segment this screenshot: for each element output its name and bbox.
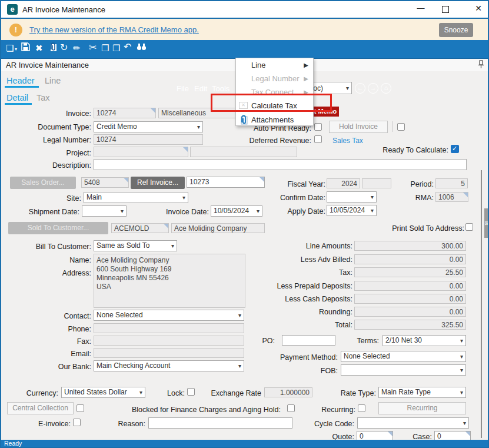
po-field[interactable] [282,335,335,346]
confirm-date-select[interactable] [327,191,377,203]
cut-icon[interactable]: ✂ [89,42,97,53]
recurring-label: Recurring: [307,406,355,414]
maximize-button[interactable] [442,6,449,13]
reason-field[interactable] [148,417,292,429]
undo-icon[interactable]: ↶ [124,42,131,52]
paperclip-icon [238,115,248,129]
terms-label: Terms: [331,337,379,345]
vertical-scrollbar[interactable] [481,170,482,438]
currency-select[interactable]: United States Dollar [61,387,145,398]
sold-to-customer-button[interactable]: Sold To Customer... [8,222,108,234]
forward-icon[interactable]: → [368,83,378,94]
tab-header-underline [5,86,39,88]
close-button[interactable]: ✕ [470,4,487,15]
cycle-code-select[interactable] [357,417,469,429]
lock-checkbox[interactable] [187,388,195,396]
shipment-date-select[interactable] [82,205,127,217]
blocked-finance-label: Blocked for Finance Charges and Aging Ho… [132,406,281,414]
project-label: Project: [7,149,91,157]
sold-to-name-field[interactable]: Ace Moliding Company [171,223,265,233]
hold-invoice-checkbox[interactable] [397,123,405,131]
recurring-checkbox[interactable] [358,404,365,412]
hold-invoice-button[interactable]: Hold Invoice [329,121,388,133]
new-icon[interactable]: ❏ [6,43,14,54]
invoice-date-select[interactable]: 10/05/2024 [211,205,262,217]
pin-icon[interactable] [478,60,484,71]
central-collection-checkbox[interactable] [76,404,84,412]
menu-edit[interactable]: Edit [194,84,207,93]
description-field[interactable] [94,159,467,170]
email-field[interactable] [94,348,244,358]
project-field[interactable] [94,147,188,157]
central-collection-button[interactable]: Central Collection [7,402,74,414]
tab-line[interactable]: Line [45,76,61,85]
terms-select[interactable]: 2/10 Net 30 [382,335,466,346]
main-toolbar: ❏ ▾ ✖ ↻ ✏ ✂ ❐ ❒ ↶ File Edit Tools Action… [1,40,488,58]
sales-tax-link[interactable]: Sales Tax [332,137,363,145]
minimize-button[interactable]: — [412,4,430,15]
legal-number-field[interactable]: 10274 [94,134,203,145]
phone-field[interactable] [94,323,244,333]
blocked-finance-checkbox[interactable] [287,404,295,412]
apply-date-select[interactable]: 10/05/2024 [327,205,377,216]
search-binoculars-icon[interactable] [137,43,147,54]
ready-to-calculate-checkbox[interactable] [451,145,459,153]
sales-order-button[interactable]: Sales Order... [10,177,76,189]
save-icon[interactable] [21,42,30,54]
submenu-arrow-icon: ▶ [304,58,308,72]
recurring-button[interactable]: Recurring [378,402,466,414]
docked-tab-sliver[interactable]: is [484,208,489,238]
site-select[interactable]: Main [84,192,188,203]
contact-select[interactable]: None Selected [94,310,244,321]
delete-icon[interactable]: ✖ [35,43,43,54]
print-sold-to-label: Print Sold To Address: [372,224,464,233]
auto-print-ready-checkbox[interactable] [314,123,322,131]
our-bank-select[interactable]: Main Checking Account [94,360,244,371]
rate-type-select[interactable]: Main Rate Type [378,387,466,398]
less-prepaid-deposits-field: 0.00 [354,281,466,291]
invoice-field[interactable]: 10274 [94,108,156,118]
tab-detail[interactable]: Detail [6,93,28,102]
less-adv-billed-label: Less Adv Billed: [254,255,352,264]
ref-invoice-field[interactable]: 10273 [187,177,265,188]
copy-icon[interactable]: ❐ [101,43,109,54]
back-icon[interactable]: ← [355,83,365,94]
exchange-rate-field[interactable]: 1.000000 [264,387,312,397]
actions-dropdown-menu: Line ▶ Legal Number ▶ Tax Connect ▶ ✕ Ca… [235,58,314,126]
print-sold-to-checkbox[interactable] [465,223,473,231]
new-dropdown-caret-icon[interactable]: ▾ [15,44,17,55]
print-attachment-icon[interactable] [48,42,58,54]
document-type-select[interactable]: Credit Memo [94,121,203,132]
bill-to-select[interactable]: Same as Sold To [94,240,177,251]
home-icon[interactable]: ⌂ [381,83,391,94]
line-amounts-label: Line Amounts: [254,242,352,250]
deferred-revenue-checkbox[interactable] [314,135,322,143]
ref-invoice-button[interactable]: Ref Invoice... [131,177,185,189]
clear-icon[interactable]: ✏ [73,43,81,54]
banner-link[interactable]: Try the new version of the RMA Credit Me… [29,25,199,34]
address-label: Address: [7,269,91,277]
project-desc-field[interactable] [190,147,297,157]
menu-tools[interactable]: Tools [212,84,229,93]
fob-select[interactable] [341,364,466,376]
snooze-button[interactable]: Snooze [439,23,473,37]
bill-to-label: Bill To Customer: [7,243,91,251]
exchange-rate-label: Exchange Rate [207,389,261,397]
payment-method-select[interactable]: None Selected [341,351,466,362]
period-field[interactable]: 5 [435,178,468,188]
confirm-date-label: Confirm Date: [263,194,325,202]
fiscal-year-field[interactable]: 2024 [327,178,360,188]
name-address-box[interactable]: Ace Moliding Company 600 South Highway 1… [94,254,245,308]
menu-file[interactable]: File [177,84,189,93]
sales-order-field[interactable]: 5408 [81,177,129,188]
tab-header[interactable]: Header [6,76,35,85]
sold-to-id-field[interactable]: ACEMOLD [111,223,169,233]
less-prepaid-deposits-label: Less Prepaid Deposits: [254,282,352,290]
paste-icon[interactable]: ❒ [112,43,120,54]
rma-field[interactable]: 1006 [435,192,468,202]
refresh-icon[interactable]: ↻ [60,42,68,53]
tab-tax[interactable]: Tax [36,93,50,102]
fax-field[interactable] [94,336,244,346]
e-invoice-checkbox[interactable] [73,419,81,426]
fiscal-year-suffix-field[interactable] [362,178,391,188]
